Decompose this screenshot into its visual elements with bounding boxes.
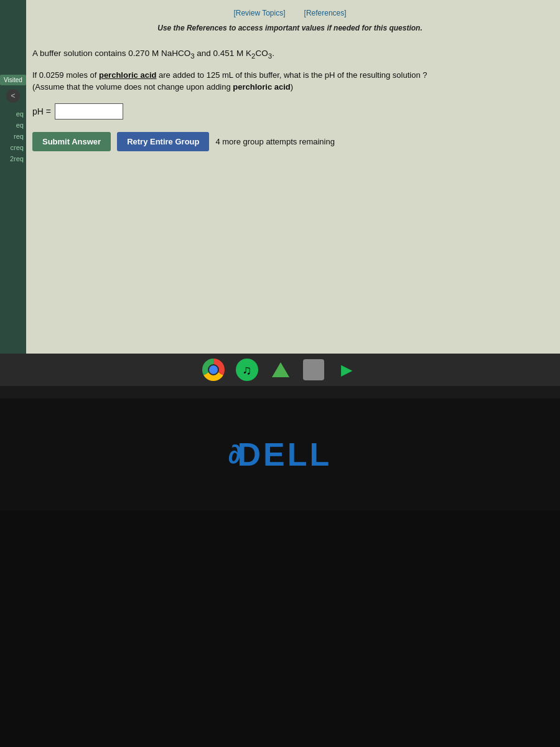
- retry-button[interactable]: Retry Entire Group: [117, 132, 209, 151]
- maps-icon[interactable]: [269, 359, 292, 381]
- button-row: Submit Answer Retry Entire Group 4 more …: [32, 132, 548, 151]
- sidebar-item-2req[interactable]: 2req: [0, 154, 26, 164]
- references-link[interactable]: [References]: [301, 7, 350, 19]
- play-icon[interactable]: ▶: [335, 359, 358, 381]
- sidebar-item-eq2[interactable]: eq: [0, 120, 26, 130]
- dell-logo: DELL: [238, 436, 332, 473]
- question-line2: If 0.0259 moles of perchloric acid are a…: [32, 69, 548, 93]
- sidebar-item-eq1[interactable]: eq: [0, 109, 26, 119]
- sidebar-arrow[interactable]: <: [6, 89, 20, 103]
- references-instruction: Use the References to access important v…: [32, 24, 548, 32]
- spotify-icon[interactable]: ♫: [236, 359, 258, 381]
- dell-area: ∂ DELL: [0, 398, 560, 510]
- question-block: A buffer solution contains 0.270 M NaHCO…: [32, 41, 548, 164]
- submit-button[interactable]: Submit Answer: [32, 132, 111, 151]
- attempts-remaining: 4 more group attempts remaining: [215, 137, 334, 146]
- taskbar: ♫ ▶: [0, 354, 560, 386]
- screen: Visited < eq eq req creq 2req [Review To…: [0, 0, 560, 386]
- files-icon[interactable]: [303, 359, 324, 380]
- ph-label: pH =: [32, 106, 51, 116]
- visited-tab[interactable]: Visited: [0, 75, 26, 85]
- chrome-icon[interactable]: [202, 359, 225, 381]
- ph-input[interactable]: [55, 103, 123, 120]
- sidebar: Visited < eq eq req creq 2req: [0, 0, 26, 386]
- sidebar-item-creq[interactable]: creq: [0, 143, 26, 153]
- ph-input-row: pH =: [32, 103, 548, 120]
- main-content: [Review Topics] [References] Use the Ref…: [26, 0, 560, 386]
- keyboard-area: ⟳ □ □II ○ ◎ ✕ ◁ $ % 5 ^ 6: [0, 510, 560, 747]
- review-topics-link[interactable]: [Review Topics]: [230, 7, 288, 19]
- top-bar: [Review Topics] [References]: [32, 5, 548, 19]
- question-line1: A buffer solution contains 0.270 M NaHCO…: [32, 47, 548, 62]
- sidebar-item-req[interactable]: req: [0, 131, 26, 141]
